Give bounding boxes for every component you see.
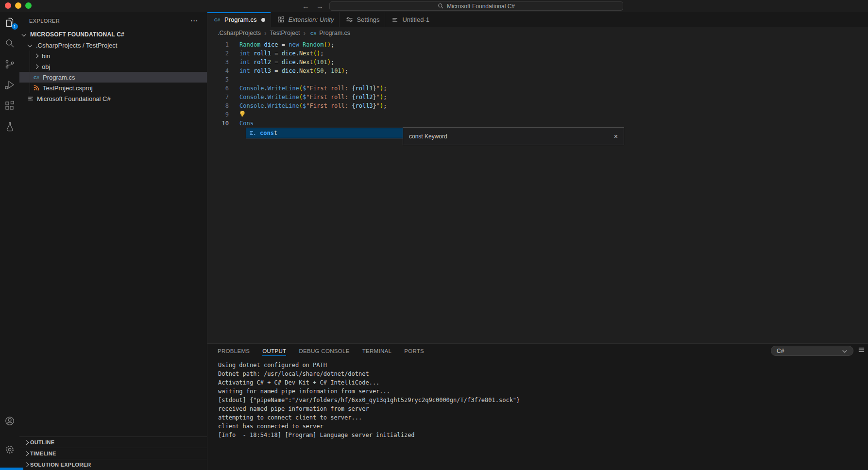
- chevron-down-icon: [26, 41, 34, 49]
- chevron-down-icon: [842, 348, 848, 354]
- suggest-rest-text: t: [274, 130, 277, 136]
- code-line-10[interactable]: Cons: [239, 119, 387, 128]
- titlebar: ← → Microsoft Foundational C#: [0, 0, 868, 12]
- chevron-right-icon: [22, 438, 30, 446]
- testing-icon[interactable]: [4, 120, 16, 133]
- sliders-icon: [345, 16, 354, 24]
- chevron-down-icon: [20, 31, 28, 38]
- sidebar-section-timeline[interactable]: TIMELINE: [19, 448, 207, 459]
- tree-item-testproject-csproj[interactable]: TestProject.csproj: [19, 83, 207, 93]
- tree-item-csharpprojects-testproject[interactable]: .CsharpProjects / TestProject: [19, 40, 207, 50]
- tree-item-program-cs[interactable]: C#Program.cs: [19, 72, 207, 83]
- csproj-icon: [32, 84, 41, 92]
- code-line-5[interactable]: [239, 75, 387, 84]
- line-number-5: 5: [207, 75, 229, 84]
- output-actions-icon[interactable]: [858, 346, 865, 355]
- tree-item-label: .CsharpProjects / TestProject: [36, 42, 117, 49]
- code-line-6[interactable]: Console.WriteLine($"First roll: {roll1}"…: [239, 84, 387, 93]
- panel-tab-terminal[interactable]: TERMINAL: [362, 344, 392, 358]
- account-icon[interactable]: [4, 415, 16, 427]
- zoom-window-button[interactable]: [25, 2, 32, 9]
- panel-tab-ports[interactable]: PORTS: [404, 344, 424, 358]
- code-line-1[interactable]: Random dice = new Random();: [239, 40, 387, 49]
- sidebar-section-solution-explorer[interactable]: SOLUTION EXPLORER: [19, 459, 207, 470]
- extensions-icon: [276, 16, 285, 24]
- output-line: waiting for named pipe information from …: [218, 387, 868, 396]
- output-line: Using dotnet configured on PATH: [218, 361, 868, 369]
- sidebar-section-outline[interactable]: OUTLINE: [19, 436, 207, 448]
- code-content[interactable]: Random dice = new Random();int roll1 = d…: [229, 39, 387, 343]
- csharp-icon: C#: [309, 29, 318, 37]
- suggest-item-const[interactable]: const: [246, 128, 406, 138]
- chevron-right-icon: [32, 52, 40, 60]
- code-line-7[interactable]: Console.WriteLine($"First roll: {roll2}"…: [239, 93, 387, 101]
- output-line: [Info - 18:54:18] [Program] Language ser…: [218, 431, 868, 439]
- explorer-sidebar: EXPLORER ⋯ MICROSOFT FOUNDATIONAL C#.Csh…: [19, 12, 207, 470]
- tree-item-microsoft-foundational-c[interactable]: Microsoft Foundational C#: [19, 93, 207, 104]
- command-center-search[interactable]: Microsoft Foundational C#: [329, 1, 623, 11]
- tree-item-label: Microsoft Foundational C#: [37, 95, 111, 102]
- line-number-2: 2: [207, 49, 229, 58]
- output-line: [stdout] {"pipeName":"/var/folders/hf/6x…: [218, 396, 868, 404]
- extensions-icon[interactable]: [4, 100, 16, 112]
- tree-item-label: Program.cs: [43, 74, 75, 81]
- keyword-symbol-icon: [248, 129, 257, 137]
- line-number-9: 9: [207, 110, 229, 119]
- output-log[interactable]: Using dotnet configured on PATHDotnet pa…: [207, 358, 868, 439]
- forward-arrow-icon[interactable]: →: [316, 2, 323, 10]
- tab-settings[interactable]: Settings: [340, 12, 385, 27]
- tab-extension-unity[interactable]: Extension: Unity: [271, 12, 340, 27]
- file-lines-icon: [391, 16, 399, 24]
- sidebar-title: EXPLORER: [29, 18, 60, 24]
- editor-group: C#Program.csExtension: UnitySettingsUnti…: [207, 12, 868, 470]
- code-line-3[interactable]: int roll2 = dice.Next(101);: [239, 58, 387, 67]
- line-number-1: 1: [207, 40, 229, 49]
- chevron-right-icon: [22, 461, 30, 469]
- suggest-widget: const: [246, 128, 406, 138]
- code-editor[interactable]: 12345678910 Random dice = new Random();i…: [207, 39, 868, 343]
- back-arrow-icon[interactable]: ←: [302, 2, 309, 10]
- traffic-lights: [5, 2, 32, 9]
- run-debug-icon[interactable]: [4, 79, 16, 91]
- csharp-icon: C#: [32, 73, 41, 81]
- breadcrumb-item-program-cs[interactable]: C#Program.cs: [309, 29, 350, 37]
- source-control-icon[interactable]: [4, 58, 16, 70]
- code-line-8[interactable]: Console.WriteLine($"First roll: {roll3}"…: [239, 101, 387, 110]
- tab-untitled-1[interactable]: Untitled-1: [385, 12, 435, 27]
- lightbulb-icon[interactable]: [239, 110, 245, 120]
- search-sidebar-icon[interactable]: [4, 37, 16, 49]
- tree-item-bin[interactable]: bin: [19, 50, 207, 61]
- suggest-match-text: cons: [260, 130, 274, 136]
- section-label: OUTLINE: [30, 439, 54, 445]
- panel-tab-output[interactable]: OUTPUT: [262, 344, 286, 358]
- panel-tab-problems[interactable]: PROBLEMS: [218, 344, 250, 358]
- close-icon[interactable]: ×: [614, 133, 618, 140]
- output-channel-value: C#: [777, 348, 784, 354]
- panel-tab-debug-console[interactable]: DEBUG CONSOLE: [299, 344, 349, 358]
- breadcrumb-item-testproject[interactable]: TestProject: [270, 30, 300, 36]
- code-line-9[interactable]: [239, 110, 387, 119]
- tree-item-microsoft-foundational-c[interactable]: MICROSOFT FOUNDATIONAL C#: [19, 29, 207, 40]
- sidebar-bottom-sections: OUTLINETIMELINESOLUTION EXPLORER: [19, 436, 207, 470]
- code-line-4[interactable]: int roll3 = dice.Next(50, 101);: [239, 67, 387, 75]
- explorer-icon[interactable]: 1: [4, 16, 16, 28]
- close-window-button[interactable]: [5, 2, 11, 9]
- tree-item-obj[interactable]: obj: [19, 61, 207, 72]
- line-number-10: 10: [207, 119, 229, 128]
- minimize-window-button[interactable]: [15, 2, 21, 9]
- line-number-6: 6: [207, 84, 229, 93]
- tab-label: Settings: [357, 16, 379, 23]
- breadcrumb-item-csharpprojects[interactable]: .CsharpProjects: [218, 30, 261, 36]
- tab-program-cs[interactable]: C#Program.cs: [207, 12, 271, 27]
- suggest-doc-panel: const Keyword ×: [403, 127, 624, 145]
- settings-gear-icon[interactable]: [4, 443, 16, 455]
- output-line: attempting to connect client to server..…: [218, 413, 868, 422]
- output-line: received named pipe information from ser…: [218, 404, 868, 413]
- code-line-2[interactable]: int roll1 = dice.Next();: [239, 49, 387, 58]
- search-icon: [438, 3, 444, 9]
- output-channel-dropdown[interactable]: C#: [771, 346, 853, 356]
- line-number-8: 8: [207, 101, 229, 110]
- file-lines-icon: [26, 95, 35, 102]
- modified-dot-icon: [261, 18, 265, 22]
- tab-bar: C#Program.csExtension: UnitySettingsUnti…: [207, 12, 868, 27]
